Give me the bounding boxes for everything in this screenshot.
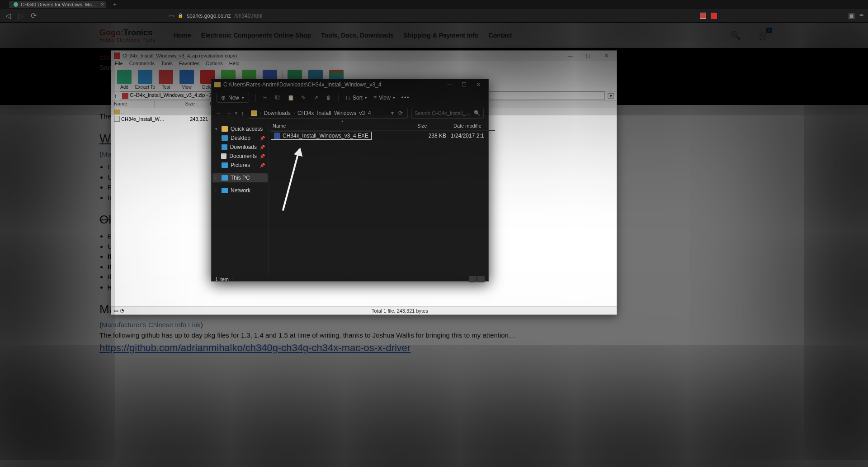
status-icons: ▭ ◔ <box>114 308 372 314</box>
view-button[interactable]: ≡View▾ <box>373 95 395 101</box>
menu-tools[interactable]: Tools <box>161 61 173 69</box>
sort-button[interactable]: ↑↓Sort▾ <box>345 95 367 101</box>
chevron-down-icon[interactable]: ▾ <box>391 110 394 116</box>
copy-icon[interactable]: ⿻ <box>275 95 281 101</box>
network-icon <box>222 188 228 193</box>
maximize-button[interactable]: ☐ <box>580 51 596 60</box>
chevron-down-icon: ▾ <box>393 95 395 100</box>
nav-shipping[interactable]: Shipping & Payment Info <box>404 32 479 39</box>
mfg-link[interactable]: Manufacturer's Chinese Info Link <box>102 321 201 329</box>
col-name[interactable]: Name <box>111 100 155 108</box>
nav-forward-icon[interactable]: → <box>226 110 231 117</box>
cut-icon[interactable]: ✂ <box>262 95 269 101</box>
chevron-right-icon[interactable]: › <box>293 111 295 115</box>
address-bar[interactable]: ▭ 🔒 sparks.gogo.co.nz/ch340.html <box>169 13 262 19</box>
pin-icon[interactable]: 📌 <box>259 154 265 159</box>
github-link[interactable]: https://github.com/adrianmihalko/ch340g-… <box>99 342 410 353</box>
menu-icon[interactable]: ≡ <box>859 12 863 20</box>
search-icon: 🔍 <box>474 110 481 116</box>
nav-shop[interactable]: Electronic Components Online Shop <box>201 32 311 39</box>
plus-icon: ⊕ <box>221 95 226 101</box>
tool-view[interactable]: View <box>176 70 197 90</box>
share-icon[interactable]: ↗ <box>313 95 319 101</box>
new-button[interactable]: ⊕New▾ <box>216 93 249 103</box>
reader-icon[interactable]: ▭ <box>169 13 174 19</box>
sidebar-downloads[interactable]: Downloads📌 <box>212 143 268 152</box>
menu-favorites[interactable]: Favorites <box>179 61 199 69</box>
lock-icon[interactable]: 🔒 <box>178 13 183 18</box>
sidebar-pictures[interactable]: Pictures📌 <box>212 161 268 170</box>
sidebar-thispc[interactable]: ›This PC <box>212 173 268 182</box>
view-thumb-icon[interactable] <box>477 276 485 282</box>
address-box[interactable]: › Downloads › CH34x_Install_Windows_v3_4… <box>248 108 408 119</box>
nav-home[interactable]: Home <box>174 32 191 39</box>
tab-title: CH340 Drivers for Windows, Ma… <box>21 2 97 7</box>
sort-icon: ↑↓ <box>345 95 350 101</box>
paste-icon[interactable]: 📋 <box>288 95 294 101</box>
sort-indicator-icon: ▴ <box>341 119 343 123</box>
new-tab-button[interactable]: + <box>110 1 119 8</box>
delete-icon[interactable]: 🗑 <box>326 95 332 101</box>
rename-icon[interactable]: ✎ <box>300 95 307 101</box>
up-icon[interactable]: ↑ <box>114 92 117 100</box>
tool-extract[interactable]: Extract To <box>135 70 156 90</box>
site-logo[interactable]: Gogo:Tronics Hobby Electronic Parts <box>99 28 156 43</box>
search-icon[interactable]: 🔍 <box>731 30 741 40</box>
archive-statusbar: ▭ ◔ Total 1 file, 243,321 bytes <box>111 306 617 315</box>
breadcrumb-downloads[interactable]: Downloads <box>264 110 291 116</box>
path-dropdown-icon[interactable]: ▾ <box>608 93 614 99</box>
sidebar-desktop[interactable]: Desktop📌 <box>212 133 268 143</box>
nav-up-icon[interactable]: ↑ <box>241 110 244 117</box>
refresh-icon[interactable]: ⟳ <box>396 110 405 116</box>
view-icon: ≡ <box>373 95 377 101</box>
chevron-down-icon[interactable]: ▾ <box>215 127 219 131</box>
file-row[interactable]: CH34x_Install_Windows_v3_4.EXE 238 KB 1/… <box>269 131 495 141</box>
view-details-icon[interactable] <box>469 276 476 282</box>
search-input[interactable]: Search CH34x_Install_Wind… 🔍 <box>411 108 484 119</box>
extension-icon-1[interactable] <box>700 13 706 19</box>
filecol-size[interactable]: Size <box>414 123 450 129</box>
reload-icon[interactable]: ⟳ <box>30 11 37 20</box>
menu-file[interactable]: File <box>115 61 123 69</box>
nav-back-icon[interactable]: ← <box>216 110 222 117</box>
tool-add[interactable]: Add <box>114 70 135 90</box>
nav-tools[interactable]: Tools, Docs, Downloads <box>321 32 394 39</box>
menu-commands[interactable]: Commands <box>129 61 155 69</box>
chevron-right-icon[interactable]: › <box>260 111 261 115</box>
menu-help[interactable]: Help <box>229 61 240 69</box>
breadcrumb-folder[interactable]: CH34x_Install_Windows_v3_4 <box>297 110 371 116</box>
cart-icon[interactable]: 🛒0 <box>759 30 769 40</box>
panel-icon[interactable]: ▣ <box>848 11 855 20</box>
pin-icon[interactable]: 📌 <box>259 145 265 150</box>
tab-favicon <box>14 2 18 7</box>
maximize-button[interactable]: ☐ <box>457 79 471 90</box>
menu-options[interactable]: Options <box>206 61 223 69</box>
tool-test[interactable]: Test <box>156 70 176 90</box>
col-size[interactable]: Size <box>155 100 198 108</box>
pin-icon[interactable]: 📌 <box>259 163 265 168</box>
pin-icon[interactable]: 📌 <box>259 136 265 141</box>
minimize-button[interactable]: — <box>562 51 578 60</box>
extension-icon-2[interactable] <box>711 13 717 19</box>
mfg-link-short[interactable]: Ma <box>102 150 111 158</box>
filecol-name[interactable]: Name <box>269 123 414 129</box>
explorer-titlebar[interactable]: C:\Users\Rares-Andrei\Downloads\CH34x_In… <box>212 79 488 90</box>
chevron-right-icon[interactable]: › <box>215 176 219 180</box>
more-button[interactable]: ••• <box>401 95 410 101</box>
chevron-right-icon[interactable]: › <box>215 188 219 193</box>
close-button[interactable]: ✕ <box>471 79 486 90</box>
sidebar-quickaccess[interactable]: ▾Quick access <box>212 124 268 133</box>
close-button[interactable]: ✕ <box>599 51 614 60</box>
sidebar-documents[interactable]: Documents📌 <box>212 152 268 161</box>
archive-titlebar[interactable]: CH34x_Install_Windows_v3_4.zip (evaluati… <box>111 51 617 61</box>
folder-icon <box>251 110 257 116</box>
sidebar-network[interactable]: ›Network <box>212 186 268 195</box>
explorer-window: C:\Users\Rares-Andrei\Downloads\CH34x_In… <box>211 79 489 281</box>
nav-contact[interactable]: Contact <box>489 32 512 39</box>
minimize-button[interactable]: — <box>442 79 457 90</box>
back-icon[interactable]: ◁ <box>5 11 12 20</box>
browser-tab[interactable]: CH340 Drivers for Windows, Ma… × <box>9 1 106 8</box>
filecol-date[interactable]: Date modifie <box>450 123 495 129</box>
nav-recent-icon[interactable]: ▾ <box>235 111 237 115</box>
tab-close-icon[interactable]: × <box>101 1 104 8</box>
